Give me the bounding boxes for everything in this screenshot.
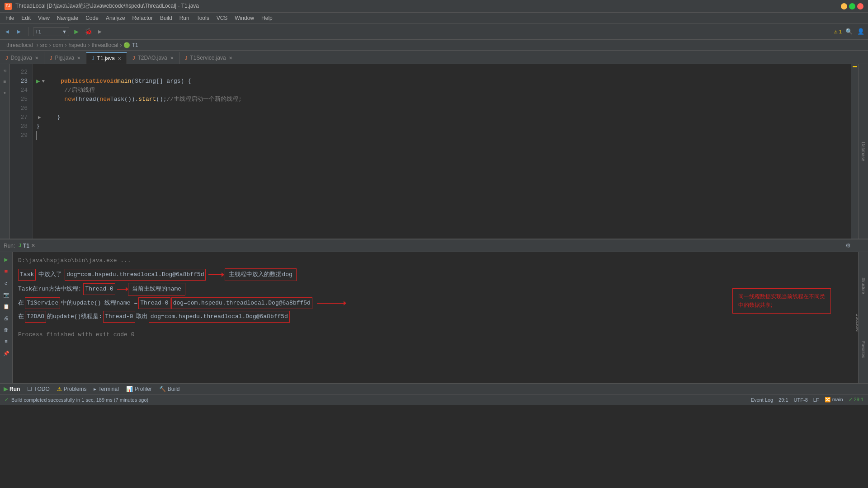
menu-help[interactable]: Help (258, 14, 276, 22)
tab-t1-java[interactable]: J T1.java ✕ (86, 52, 127, 64)
favorites-side-label: Favorites (861, 341, 866, 358)
run-minimize-icon[interactable]: — (855, 241, 864, 250)
run-panel-btn8[interactable]: ≡ (2, 337, 11, 346)
toolbar-terminal-tab[interactable]: ▸ Terminal (94, 386, 118, 392)
toolbar-run-button[interactable]: ▶ (72, 27, 81, 36)
tab-t1service-java[interactable]: J T1Service.java ✕ (179, 52, 238, 64)
code-line-28: } (36, 122, 851, 131)
sidebar-project-icon[interactable]: P (1, 67, 9, 75)
run-panel-btn7[interactable]: 🗑 (2, 325, 11, 334)
toolbar-back-button[interactable]: ◀ (3, 27, 12, 36)
toolbar-search-button[interactable]: 🔍 (844, 27, 854, 36)
tab-dog-close[interactable]: ✕ (35, 56, 38, 61)
run-panel-icons: ⚙ — (844, 241, 864, 250)
menu-tools[interactable]: Tools (193, 14, 213, 22)
tab-t2dao-close[interactable]: ✕ (170, 56, 174, 61)
run-gutter-icon-23[interactable]: ▶ (36, 77, 40, 86)
menu-file[interactable]: File (2, 14, 18, 22)
code-lines[interactable]: ▶ ▼ public static void main ( String [] … (33, 64, 851, 239)
run-panel-btn4[interactable]: 📷 (2, 290, 11, 299)
process-done: Process finished with exit code 0 (18, 330, 853, 340)
event-log-link[interactable]: Event Log (751, 397, 774, 403)
menu-build[interactable]: Build (156, 14, 176, 22)
editor-area[interactable]: 22 23 24 25 26 27 28 29 ▶ ▼ public stati… (10, 64, 858, 239)
toolbar-run-tab[interactable]: ▶ Run (4, 386, 20, 392)
warning-badge[interactable]: ⚠ 1 (834, 28, 842, 35)
tab-pig-label: Pig.java (55, 55, 74, 61)
breadcrumb-app: threadlocal (6, 42, 33, 48)
status-tick-icon: ✓ (5, 397, 9, 403)
run-label: Run: (4, 243, 15, 249)
menu-window[interactable]: Window (231, 14, 258, 22)
fold-icon-27[interactable]: ▶ (38, 113, 41, 122)
tab-t2dao-java[interactable]: J T2DAO.java ✕ (127, 52, 179, 64)
run-tab-close[interactable]: ✕ (31, 243, 35, 248)
run-header-path: D:\java\hspjako\bin\java.exe ... (18, 256, 853, 266)
tab-t1-close[interactable]: ✕ (118, 56, 121, 61)
tab-dog-java[interactable]: J Dog.java ✕ (0, 52, 44, 64)
title-bar-controls[interactable] (841, 3, 863, 9)
breadcrumb-com: com (53, 42, 63, 48)
menu-run[interactable]: Run (176, 14, 193, 22)
structure-label: Structure (853, 314, 858, 332)
line-24: 24 (10, 86, 32, 95)
run-panel-btn9[interactable]: 📌 (2, 349, 11, 358)
dog-value-box-4: dog=com.hspedu.threadlocal.Dog@6a8bff5d (149, 311, 290, 323)
run-rerun-button[interactable]: ↺ (2, 278, 11, 287)
run-panel-btn5[interactable]: 📋 (2, 302, 11, 311)
run-tab-t1: T1 (23, 243, 29, 249)
run-tab-item[interactable]: J T1 ✕ (19, 243, 35, 249)
toolbar-problems-label: Problems (64, 386, 87, 392)
title-bar-left: IJ ThreadLocal [D:\java\Java笔记\Javawebco… (5, 2, 199, 10)
run-play-button[interactable]: ▶ (2, 255, 11, 264)
maximize-button[interactable] (849, 3, 855, 9)
tab-pig-icon: J (50, 55, 52, 61)
menu-edit[interactable]: Edit (18, 14, 34, 22)
t2dao-box: T2DAO (25, 311, 46, 323)
line-23: 23 (10, 77, 32, 86)
tab-t2dao-icon: J (132, 55, 135, 61)
menu-refactor[interactable]: Refactor (129, 14, 156, 22)
menu-view[interactable]: View (34, 14, 53, 22)
run-output-line-3: 在 T1Service 中的update() 线程name = Thread-0… (18, 297, 853, 309)
tab-t1-icon: J (92, 56, 94, 61)
menu-navigate[interactable]: Navigate (53, 14, 82, 22)
toolbar-run-config[interactable]: T1 ▼ (33, 27, 69, 36)
menu-vcs[interactable]: VCS (213, 14, 231, 22)
tab-t1service-close[interactable]: ✕ (229, 56, 232, 61)
toolbar-profiler-tab[interactable]: 📊 Profiler (126, 386, 152, 392)
minimize-button[interactable] (841, 3, 847, 9)
toolbar-forward-button[interactable]: ▶ (14, 27, 24, 36)
fold-icon-23[interactable]: ▼ (42, 77, 45, 86)
sidebar-favorites-icon[interactable]: ★ (1, 89, 9, 97)
menu-code[interactable]: Code (82, 14, 102, 22)
title-bar: IJ ThreadLocal [D:\java\Java笔记\Javawebco… (0, 0, 868, 13)
run-tab-bar: Run: J T1 ✕ ⚙ — (0, 239, 868, 252)
editor-right-sidebar (851, 64, 858, 239)
run-output-line-2: Task在run方法中线程: Thread-0 当前主线程的name (18, 283, 853, 296)
arrow-1 (208, 274, 222, 275)
sidebar-structure-icon[interactable]: ≡ (1, 78, 9, 86)
database-label: Database (861, 142, 866, 161)
menu-analyze[interactable]: Analyze (102, 14, 129, 22)
t1service-box: T1Service (25, 297, 60, 309)
run-panel-btn6[interactable]: 🖨 (2, 314, 11, 323)
run-settings-icon[interactable]: ⚙ (844, 241, 853, 250)
breadcrumb-src: src (40, 42, 47, 48)
toolbar-user-button[interactable]: 👤 (856, 27, 865, 36)
status-git: 🔀 main (825, 397, 843, 403)
toolbar-coverage-button[interactable]: ▶ (95, 27, 104, 36)
tab-pig-java[interactable]: J Pig.java ✕ (44, 52, 86, 64)
toolbar-todo-tab[interactable]: ☐ TODO (27, 386, 49, 392)
close-button[interactable] (857, 3, 863, 9)
run-tab-left: Run: J T1 ✕ (4, 243, 35, 249)
line-22: 22 (10, 68, 32, 77)
thread0-box-4: Thread-0 (103, 311, 135, 323)
tab-pig-close[interactable]: ✕ (77, 56, 80, 61)
run-stop-button[interactable]: ■ (2, 267, 11, 276)
toolbar-build-tab[interactable]: 🔨 Build (159, 386, 180, 392)
toolbar-debug-button[interactable]: 🐞 (84, 27, 93, 36)
tab-dog-label: Dog.java (11, 55, 32, 61)
tab-dog-icon: J (5, 55, 8, 61)
toolbar-problems-tab[interactable]: ⚠ Problems (57, 386, 87, 392)
